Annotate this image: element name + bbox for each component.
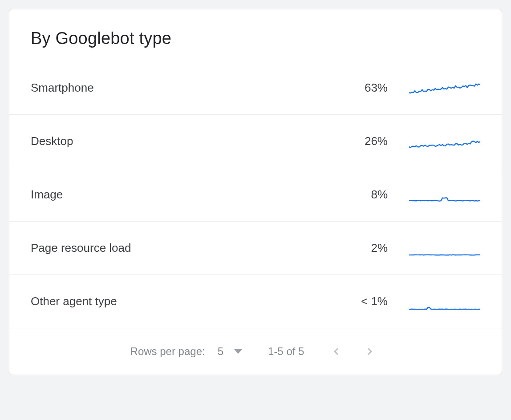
row-label: Image: [31, 188, 334, 202]
chevron-left-icon: [331, 346, 341, 357]
row-value: 2%: [334, 241, 388, 255]
table-footer: Rows per page: 5 1-5 of 5: [9, 328, 502, 375]
rows-per-page-select[interactable]: 5: [218, 345, 242, 358]
row-value: 26%: [334, 134, 388, 148]
googlebot-type-card: By Googlebot type Smartphone63%Desktop26…: [9, 9, 502, 375]
next-page-button[interactable]: [359, 341, 381, 362]
sparkline: [409, 293, 480, 311]
chevron-right-icon: [365, 346, 375, 357]
card-title: By Googlebot type: [9, 9, 502, 61]
table-row[interactable]: Other agent type< 1%: [9, 275, 502, 328]
row-label: Smartphone: [31, 81, 334, 95]
table-row[interactable]: Smartphone63%: [9, 61, 502, 115]
row-value: 8%: [334, 188, 388, 202]
row-label: Desktop: [31, 134, 334, 148]
sparkline: [409, 186, 480, 204]
rows-per-page-value: 5: [218, 345, 223, 358]
prev-page-button[interactable]: [325, 341, 347, 362]
table-row[interactable]: Page resource load2%: [9, 222, 502, 275]
row-label: Page resource load: [31, 241, 334, 255]
sparkline: [409, 133, 480, 150]
pagination-range: 1-5 of 5: [268, 345, 304, 358]
sparkline: [409, 239, 480, 257]
dropdown-icon: [234, 349, 242, 354]
sparkline: [409, 79, 480, 97]
table-row[interactable]: Image8%: [9, 168, 502, 222]
row-value: < 1%: [334, 295, 388, 308]
table-row[interactable]: Desktop26%: [9, 115, 502, 168]
row-value: 63%: [334, 81, 388, 95]
rows-per-page-label: Rows per page:: [130, 345, 205, 358]
row-label: Other agent type: [31, 295, 334, 308]
